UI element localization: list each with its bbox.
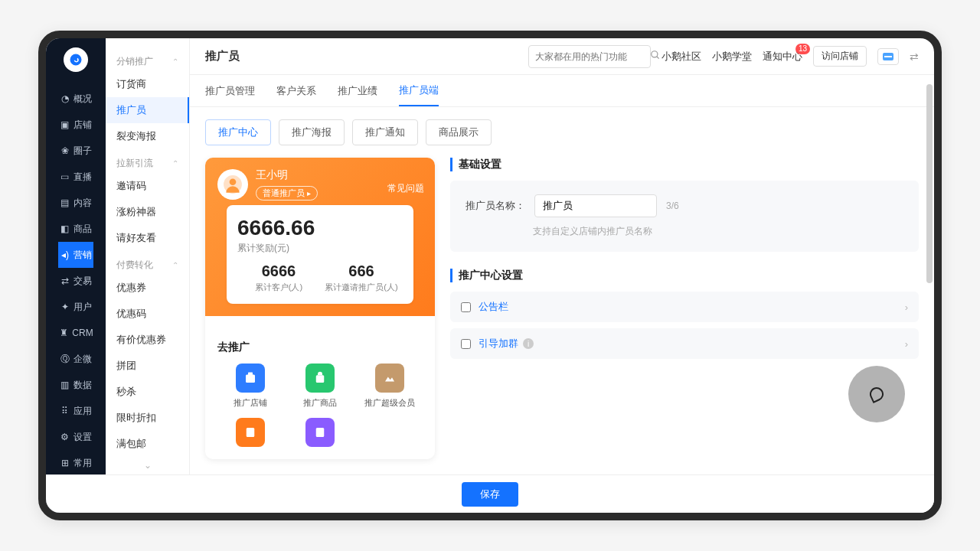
total-reward-label: 累计奖励(元) bbox=[237, 242, 403, 255]
chevron-right-icon: › bbox=[905, 302, 908, 313]
svg-rect-6 bbox=[246, 375, 255, 383]
stat-customers-value: 6666 bbox=[237, 262, 320, 280]
svg-point-10 bbox=[249, 430, 251, 432]
nav-label: 直播 bbox=[74, 171, 92, 184]
group-title: 分销推广 bbox=[116, 55, 153, 68]
promo-item-icon bbox=[305, 418, 335, 447]
subnav-item[interactable]: 有价优惠券 bbox=[106, 327, 189, 353]
settings-icon: ⚙ bbox=[60, 432, 70, 442]
main-tab[interactable]: 推广员端 bbox=[399, 76, 439, 106]
nav-common[interactable]: ⊞常用 bbox=[58, 450, 93, 476]
scrollbar[interactable] bbox=[926, 84, 933, 283]
content-icon: ▤ bbox=[60, 197, 70, 208]
nav-trade[interactable]: ⇄交易 bbox=[58, 268, 93, 294]
setting-checkbox[interactable] bbox=[461, 302, 471, 312]
main-tab[interactable]: 推广业绩 bbox=[338, 77, 377, 106]
promo-grid-item[interactable]: 推广商品 bbox=[287, 364, 352, 409]
subnav-group[interactable]: 付费转化⌃ bbox=[106, 256, 189, 275]
nav-label: 圈子 bbox=[74, 145, 92, 158]
role-tag[interactable]: 普通推广员 bbox=[256, 186, 318, 201]
nav-user[interactable]: ✦用户 bbox=[58, 294, 93, 320]
school-link[interactable]: 小鹅学堂 bbox=[712, 50, 752, 64]
promo-item-label: 推广商品 bbox=[303, 397, 337, 409]
setting-row[interactable]: 公告栏› bbox=[450, 292, 919, 322]
total-reward-value: 6666.66 bbox=[237, 216, 403, 240]
theme-chip[interactable] bbox=[877, 48, 899, 65]
sub-tab[interactable]: 商品展示 bbox=[426, 119, 492, 145]
nav-shop[interactable]: ▣店铺 bbox=[58, 112, 93, 138]
nav-settings[interactable]: ⚙设置 bbox=[58, 424, 93, 450]
search-input[interactable] bbox=[535, 51, 650, 62]
promo-grid-item[interactable]: 推广超级会员 bbox=[358, 364, 423, 409]
nav-label: 应用 bbox=[74, 405, 92, 418]
subnav-item[interactable]: 优惠券 bbox=[106, 275, 189, 301]
main-tab[interactable]: 推广员管理 bbox=[205, 77, 255, 106]
nav-apps[interactable]: ⠿应用 bbox=[58, 398, 93, 424]
nav-live[interactable]: ▭直播 bbox=[58, 164, 93, 190]
chevron-up-icon: ⌃ bbox=[172, 57, 178, 66]
nav-content[interactable]: ▤内容 bbox=[58, 190, 93, 216]
info-icon[interactable]: i bbox=[523, 338, 534, 349]
secondary-tabs: 推广中心推广海报推广通知商品展示 bbox=[205, 119, 919, 145]
subnav-item[interactable]: 涨粉神器 bbox=[106, 199, 189, 225]
content-panel: 推广中心推广海报推广通知商品展示 王小明 普通推广员 常见问题 bbox=[190, 107, 934, 513]
subnav-item[interactable]: 裂变海报 bbox=[106, 123, 189, 149]
live-icon: ▭ bbox=[60, 171, 70, 182]
group-title: 付费转化 bbox=[116, 259, 153, 272]
sub-tab[interactable]: 推广海报 bbox=[279, 119, 345, 145]
main-tab[interactable]: 客户关系 bbox=[276, 77, 316, 106]
subnav-item[interactable]: 优惠码 bbox=[106, 301, 189, 327]
promo-grid-item[interactable]: 推广店铺 bbox=[217, 364, 283, 409]
chevron-right-icon: › bbox=[905, 338, 908, 350]
more-indicator[interactable]: ⌄ bbox=[106, 457, 189, 474]
nav-overview[interactable]: ◔概况 bbox=[58, 86, 93, 112]
subnav-item[interactable]: 拼团 bbox=[106, 353, 189, 379]
subnav-item[interactable]: 限时折扣 bbox=[106, 405, 189, 431]
primary-nav: ◔概况▣店铺❀圈子▭直播▤内容◧商品◂)营销⇄交易✦用户♜CRMⓆ企微▥数据⠿应… bbox=[46, 38, 106, 513]
circle-icon: ❀ bbox=[60, 145, 70, 156]
promo-grid-item[interactable] bbox=[217, 418, 283, 452]
subnav-item[interactable]: 满包邮 bbox=[106, 431, 189, 457]
nav-goods[interactable]: ◧商品 bbox=[58, 216, 93, 242]
nav-data[interactable]: ▥数据 bbox=[58, 372, 93, 398]
faq-link[interactable]: 常见问题 bbox=[387, 182, 424, 195]
nav-label: CRM bbox=[72, 328, 93, 338]
stats-card: 6666.66 累计奖励(元) 6666 累计客户(人) 666 累计邀请推广员… bbox=[227, 205, 413, 304]
nav-crm[interactable]: ♜CRM bbox=[58, 320, 93, 346]
subnav-group[interactable]: 分销推广⌃ bbox=[106, 52, 189, 71]
svg-point-5 bbox=[230, 178, 237, 185]
subnav-item[interactable]: 推广员 bbox=[106, 97, 189, 123]
nav-circle[interactable]: ❀圈子 bbox=[58, 138, 93, 164]
sub-tab[interactable]: 推广中心 bbox=[205, 119, 271, 145]
promo-grid-item[interactable] bbox=[287, 418, 352, 452]
wecom-icon: Ⓠ bbox=[60, 354, 70, 364]
subnav-item[interactable]: 请好友看 bbox=[106, 225, 189, 251]
nav-marketing[interactable]: ◂)营销 bbox=[58, 242, 93, 268]
search-icon[interactable] bbox=[650, 50, 661, 63]
global-search[interactable] bbox=[528, 45, 651, 68]
nav-label: 常用 bbox=[74, 457, 92, 470]
subnav-item[interactable]: 秒杀 bbox=[106, 379, 189, 405]
setting-checkbox[interactable] bbox=[461, 339, 471, 349]
common-icon: ⊞ bbox=[60, 458, 70, 468]
nav-label: 设置 bbox=[74, 431, 92, 444]
visit-shop-button[interactable]: 访问店铺 bbox=[813, 46, 867, 67]
goods-icon: ◧ bbox=[60, 223, 70, 234]
logo[interactable] bbox=[64, 47, 88, 72]
top-bar: 推广员 小鹅社区 小鹅学堂 通知中心 13 访问店铺 ⇄ bbox=[190, 38, 934, 75]
subnav-item[interactable]: 邀请码 bbox=[106, 173, 189, 199]
subnav-group[interactable]: 拉新引流⌃ bbox=[106, 154, 189, 173]
marketing-icon: ◂) bbox=[60, 249, 70, 260]
basic-settings-box: 推广员名称： 3/6 支持自定义店铺内推广员名称 bbox=[450, 181, 919, 252]
promoter-name-input[interactable] bbox=[534, 194, 657, 217]
save-button[interactable]: 保存 bbox=[462, 482, 518, 507]
promo-item-label: 推广店铺 bbox=[234, 397, 267, 409]
name-field-tip: 支持自定义店铺内推广员名称 bbox=[533, 225, 903, 238]
subnav-item[interactable]: 订货商 bbox=[106, 71, 189, 97]
notification-link[interactable]: 通知中心 13 bbox=[763, 50, 802, 64]
community-link[interactable]: 小鹅社区 bbox=[662, 50, 701, 64]
sub-tab[interactable]: 推广通知 bbox=[352, 119, 418, 145]
swap-icon[interactable]: ⇄ bbox=[910, 51, 919, 63]
setting-row[interactable]: 引导加群i› bbox=[450, 328, 919, 359]
nav-wecom[interactable]: Ⓠ企微 bbox=[58, 346, 93, 372]
